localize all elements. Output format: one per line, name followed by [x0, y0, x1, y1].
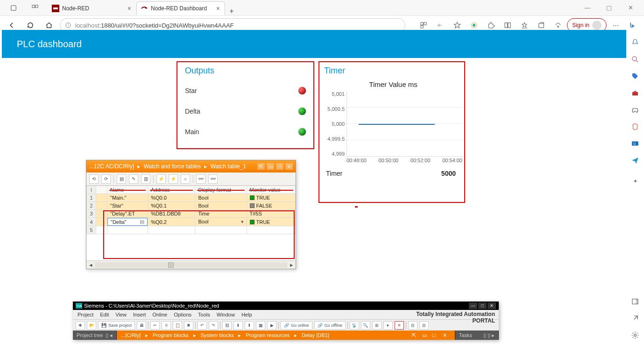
download-icon[interactable]: ⬇: [234, 321, 243, 330]
compile-icon[interactable]: ⛓: [222, 321, 232, 330]
table-row[interactable]: 2"Star"%Q0.1BoolFALSE: [87, 202, 296, 210]
menu-options[interactable]: Options: [174, 312, 191, 317]
tab-actions-icon[interactable]: [3, 0, 24, 15]
toolbar-icon[interactable]: ⚡: [169, 174, 178, 184]
x-icon[interactable]: ✕: [395, 321, 404, 330]
table-row[interactable]: 1"Main."%Q0.0BoolTRUE: [87, 194, 296, 202]
new-project-icon[interactable]: ✚: [76, 321, 85, 330]
cell-address[interactable]: %Q0.2: [148, 218, 195, 226]
menu-tools[interactable]: Tools: [198, 312, 210, 317]
restore-icon[interactable]: ▭: [267, 163, 274, 170]
col-format[interactable]: Display format: [195, 186, 247, 194]
toolbar-icon[interactable]: ▥: [141, 174, 150, 184]
monitor-icon[interactable]: 👓: [208, 174, 218, 184]
sim-icon[interactable]: ▦: [256, 321, 265, 330]
maximize-icon[interactable]: □: [276, 163, 283, 170]
scroll-right-icon[interactable]: ▸: [287, 261, 296, 268]
close-icon[interactable]: ✕: [488, 302, 496, 309]
cross-ref-icon[interactable]: ⊞: [372, 321, 382, 330]
table-row[interactable]: 4"Delta"▤%Q0.2Bool ▾TRUE: [87, 218, 296, 226]
outlook-icon[interactable]: O: [630, 138, 640, 149]
delete-icon[interactable]: ✖: [184, 321, 193, 330]
workspaces-icon[interactable]: [24, 0, 46, 15]
cell-address[interactable]: %Q0.1: [148, 202, 195, 210]
toolbar-icon[interactable]: ✎: [129, 174, 138, 184]
bing-icon[interactable]: [624, 18, 640, 32]
search-icon[interactable]: 🔍: [361, 321, 370, 330]
toolbar-icon[interactable]: ⟐: [181, 174, 190, 184]
toolbox-icon[interactable]: [630, 88, 640, 98]
col-name[interactable]: Name: [107, 186, 148, 194]
h-scrollbar[interactable]: ◂ ▸: [86, 260, 296, 269]
info-column-icon[interactable]: i: [87, 186, 96, 194]
tia-watch-titlebar[interactable]: ...12C AC/DC/Rly] ▸ Watch and force tabl…: [86, 160, 296, 172]
toolbar-icon[interactable]: ⚡: [156, 174, 166, 184]
menu-insert[interactable]: Insert: [133, 312, 146, 317]
cell-name[interactable]: "Delta"▤: [107, 218, 148, 226]
copy-icon[interactable]: ⎘: [162, 321, 171, 330]
maximize-icon[interactable]: □: [478, 302, 487, 309]
site-info-icon[interactable]: i: [65, 22, 71, 29]
toolbar-icon[interactable]: ⟳: [101, 174, 111, 184]
watch-table[interactable]: i Name Address Display format Monitor va…: [86, 186, 296, 269]
table-row[interactable]: 5: [87, 226, 296, 234]
cell-format[interactable]: Bool: [195, 194, 247, 202]
external-link-icon[interactable]: [630, 313, 640, 323]
undo-icon[interactable]: ↶: [198, 321, 207, 330]
print-icon[interactable]: 🖶: [137, 321, 146, 330]
save-project-button[interactable]: 💾 Save project: [98, 321, 135, 330]
browse-icon[interactable]: ▤: [140, 219, 144, 225]
window-minimize-icon[interactable]: —: [577, 4, 598, 11]
paste-icon[interactable]: 📋: [173, 321, 182, 330]
restore-icon[interactable]: ▭: [422, 332, 431, 338]
go-online-button[interactable]: 🔗 Go online: [281, 321, 312, 330]
cell-format[interactable]: [195, 226, 247, 234]
close-icon[interactable]: ✕: [443, 332, 451, 338]
cell-address[interactable]: [148, 226, 195, 234]
menu-help[interactable]: Help: [241, 312, 252, 317]
bell-icon[interactable]: [630, 37, 640, 48]
menu-edit[interactable]: Edit: [100, 312, 109, 317]
undock-icon[interactable]: ⇱: [257, 163, 265, 170]
window-close-icon[interactable]: ✕: [620, 4, 641, 11]
breadcrumb-bar[interactable]: ...)C/Rly]▸ Program blocks▸ System block…: [117, 331, 455, 340]
accessible-devices-icon[interactable]: 📡: [350, 321, 359, 330]
close-icon[interactable]: ×: [216, 5, 220, 12]
menu-view[interactable]: View: [115, 312, 127, 317]
close-icon[interactable]: ✕: [285, 163, 293, 170]
menu-window[interactable]: Window: [217, 312, 235, 317]
close-icon[interactable]: ×: [127, 5, 131, 12]
cell-name[interactable]: "Star": [107, 202, 148, 210]
plus-icon[interactable]: ＋: [630, 176, 640, 186]
cell-name[interactable]: "Main.": [107, 194, 148, 202]
m365-icon[interactable]: [630, 122, 640, 132]
menu-online[interactable]: Online: [152, 312, 167, 317]
cell-format[interactable]: Bool: [195, 202, 247, 210]
cell-address[interactable]: %DB1.DBD8: [148, 210, 195, 218]
cell-format[interactable]: Bool ▾: [195, 218, 247, 226]
sidebar-toggle-icon[interactable]: [630, 296, 640, 307]
menu-project[interactable]: Project: [78, 312, 93, 317]
col-monitor[interactable]: Monitor value: [247, 186, 295, 194]
search-icon[interactable]: [630, 54, 640, 65]
tia-main-window[interactable]: TIA Siemens - C:\Users\Al-3amer\Desktop\…: [73, 302, 499, 340]
cell-address[interactable]: %Q0.0: [148, 194, 195, 202]
chevron-down-icon[interactable]: ▾: [241, 219, 244, 225]
tasks-tab[interactable]: Tasks ▯ ▯ ▸: [455, 331, 499, 340]
scroll-left-icon[interactable]: ◂: [86, 261, 95, 268]
redo-icon[interactable]: ↷: [209, 321, 218, 330]
go-offline-button[interactable]: 🔗 Go offline: [314, 321, 346, 330]
upload-icon[interactable]: ⬆: [245, 321, 254, 330]
table-row[interactable]: 3"Delay".ET%DB1.DBD8TimeT#5S: [87, 210, 296, 218]
project-tree-tab[interactable]: Project tree ▯ ◂: [73, 331, 117, 340]
maximize-icon[interactable]: □: [432, 332, 441, 338]
col-address[interactable]: Address: [148, 186, 195, 194]
window-maximize-icon[interactable]: ▢: [598, 4, 620, 11]
new-tab-button[interactable]: +: [225, 7, 238, 15]
cell-name[interactable]: "Delay".ET: [107, 210, 148, 218]
tia-main-titlebar[interactable]: TIA Siemens - C:\Users\Al-3amer\Desktop\…: [73, 302, 499, 310]
cut-icon[interactable]: ✂: [150, 321, 160, 330]
undock-icon[interactable]: ⇱: [412, 332, 420, 338]
games-icon[interactable]: [630, 105, 640, 115]
shopping-tag-icon[interactable]: [630, 71, 640, 81]
